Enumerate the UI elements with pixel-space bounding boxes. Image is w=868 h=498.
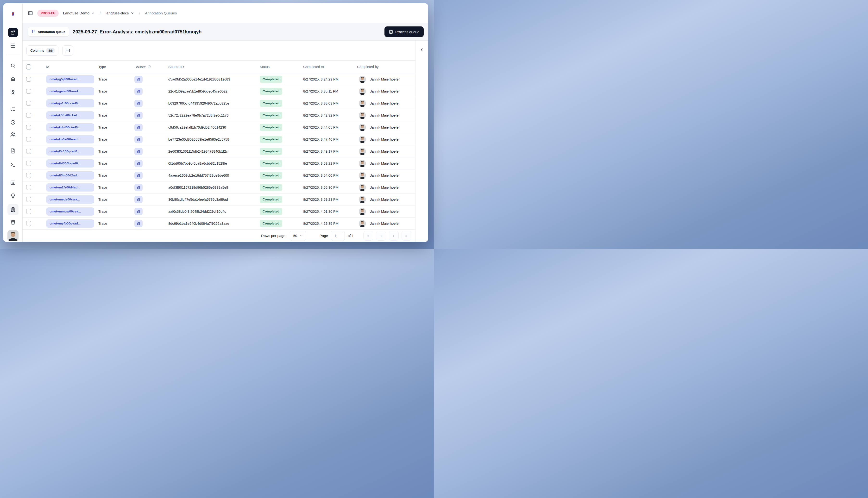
item-id-badge[interactable]: cmetyju1r00ccad0... [46, 99, 94, 107]
sidebar-item-evaluation[interactable] [10, 180, 16, 185]
item-id-badge[interactable]: cmetygeov00buad... [46, 87, 94, 95]
item-id-badge[interactable]: cmetyl5r100grad0... [46, 147, 94, 156]
trace-source-icon[interactable] [134, 112, 143, 119]
trace-source-icon[interactable] [134, 124, 143, 131]
source-id-value: 22c41f09acae5b1ef859bcec45ce0022 [168, 89, 228, 93]
sidebar-item-sessions[interactable] [10, 120, 16, 125]
row-checkbox[interactable] [26, 113, 31, 118]
item-id-badge[interactable]: cmetymyfb00gvad... [46, 220, 94, 227]
trace-source-icon[interactable] [134, 76, 143, 83]
item-id-badge[interactable]: cmetymmuw00cea... [46, 207, 94, 215]
chevron-down-icon [131, 11, 134, 15]
trace-source-icon[interactable] [134, 220, 143, 227]
breadcrumb-section[interactable]: Annotation Queues [145, 11, 177, 15]
info-icon[interactable] [147, 65, 151, 68]
sidebar-item-dashboards[interactable] [10, 89, 16, 95]
process-queue-label: Process queue [395, 30, 419, 34]
row-checkbox[interactable] [26, 137, 31, 142]
status-badge: Completed [260, 208, 282, 215]
row-checkbox[interactable] [26, 149, 31, 154]
trace-source-icon[interactable] [134, 172, 143, 179]
trace-source-icon[interactable] [134, 208, 143, 215]
sidebar-item-search[interactable] [10, 63, 16, 68]
process-queue-button[interactable]: Process queue [385, 26, 424, 37]
table-row[interactable]: cmetykdr400ciad0... Trace c9d56ca32efaff… [23, 121, 415, 133]
sidebar-item-datasets[interactable] [10, 220, 16, 225]
column-header-completed-at: Completed At [303, 65, 324, 69]
columns-button[interactable]: Columns 8/8 [26, 45, 59, 55]
environment-badge[interactable]: PROD-EU [37, 10, 59, 17]
completed-by-avatar [359, 148, 366, 155]
table-row[interactable]: cmetym2fz00d4ad... Trace a0df3f901167218… [23, 182, 415, 194]
table-row[interactable]: cmetymmuw00cea... Trace aaf0c38db0f3f204… [23, 206, 415, 218]
trace-source-icon[interactable] [134, 136, 143, 143]
next-page-button[interactable]: › [389, 231, 399, 240]
item-id-badge[interactable]: cmetym2fz00d4ad... [46, 183, 94, 192]
sidebar-item-annotation-queues[interactable] [8, 204, 18, 215]
previous-page-button[interactable]: ‹ [376, 231, 386, 240]
trace-source-icon[interactable] [134, 100, 143, 107]
row-checkbox[interactable] [26, 197, 31, 202]
trace-source-icon[interactable] [134, 184, 143, 191]
item-id-badge[interactable]: cmetyko0k00bsad... [46, 135, 94, 144]
item-id-badge[interactable]: cmetymeds00cwa... [46, 195, 94, 204]
rows-per-page-select[interactable]: 50 [290, 231, 306, 241]
item-id-badge[interactable]: cmetylht300bqad0... [46, 159, 94, 168]
row-checkbox[interactable] [26, 221, 31, 226]
sidebar-item-prompts[interactable] [10, 148, 16, 154]
completed-at-value: 8/27/2025, 3:49:17 PM [303, 149, 339, 153]
trace-source-icon[interactable] [134, 160, 143, 167]
item-type: Trace [98, 126, 107, 129]
completed-by-avatar [359, 76, 366, 83]
trace-source-icon[interactable] [134, 88, 143, 95]
table-row[interactable]: cmetyl5r100grad0... Trace 2e603f31361115… [23, 145, 415, 157]
row-checkbox[interactable] [26, 77, 31, 82]
row-checkbox[interactable] [26, 185, 31, 190]
list-tree-icon [137, 173, 140, 178]
table-row[interactable]: cmetyju1r00ccad0... Trace b63297665cfd44… [23, 97, 415, 109]
trace-source-icon[interactable] [134, 196, 143, 203]
annotation-queue-badge[interactable]: Annotation queue [28, 27, 69, 37]
table-row[interactable]: cmetymeds00cwa... Trace 36b90cdfc47e5da1… [23, 194, 415, 206]
item-id-badge[interactable]: cmetyg5j800bwad... [46, 75, 94, 83]
row-checkbox[interactable] [26, 125, 31, 130]
completed-by-name: Jannik Maierhoefer [370, 210, 400, 213]
table-row[interactable]: cmetyko0k00bsad... Trace be7723e30d80205… [23, 133, 415, 145]
item-id-badge[interactable]: cmetyk55x00c1ad... [46, 111, 94, 119]
square-percent-icon [10, 180, 16, 185]
row-checkbox[interactable] [26, 173, 31, 178]
project-switcher[interactable]: langfuse-docs [106, 11, 134, 15]
sidebar-item-home[interactable] [10, 76, 16, 81]
table-row[interactable]: cmetygeov00buad... Trace 22c41f09acae5b1… [23, 85, 415, 97]
select-all-checkbox[interactable] [26, 64, 31, 69]
page-number-input[interactable] [331, 231, 345, 241]
completed-at-value: 8/27/2025, 3:35:11 PM [303, 89, 338, 93]
row-checkbox[interactable] [26, 101, 31, 106]
trace-source-icon[interactable] [134, 148, 143, 155]
user-avatar[interactable] [8, 230, 18, 241]
table-row[interactable]: cmetylt3m00d2ad... Trace 4aaece1603cb2e1… [23, 169, 415, 182]
org-switcher[interactable]: Langfuse Demo [63, 11, 94, 15]
row-checkbox[interactable] [26, 209, 31, 214]
row-checkbox[interactable] [26, 161, 31, 166]
item-type: Trace [98, 114, 107, 117]
expand-panel-button[interactable] [418, 47, 425, 53]
sidebar-item-users[interactable] [10, 132, 16, 137]
sidebar-item-playground[interactable] [10, 162, 16, 168]
sidebar-item-traces[interactable] [10, 106, 16, 112]
open-in-new-button[interactable] [8, 28, 18, 37]
toggle-sidebar-button[interactable] [28, 11, 33, 16]
item-id-badge[interactable]: cmetykdr400ciad0... [46, 123, 94, 131]
table-row[interactable]: cmetyk55x00c1ad... Trace 52c72c2222ea78e… [23, 109, 415, 121]
last-page-button[interactable]: » [402, 231, 411, 240]
table-row[interactable]: cmetymyfb00gvad... Trace 8dc69b1ba1e540b… [23, 218, 415, 230]
table-row[interactable]: cmetylht300bqad0... Trace 0f1dd65b7bb9bf… [23, 157, 415, 169]
row-checkbox[interactable] [26, 89, 31, 94]
row-height-button[interactable] [62, 45, 73, 55]
completed-by-name: Jannik Maierhoefer [370, 173, 400, 178]
sidebar-item-tables[interactable] [10, 43, 16, 48]
table-row[interactable]: cmetyg5j800bwad... Trace d5ad9d52a00c6e1… [23, 73, 415, 85]
item-id-badge[interactable]: cmetylt3m00d2ad... [46, 171, 94, 180]
sidebar-item-insights[interactable] [10, 193, 16, 198]
first-page-button[interactable]: « [363, 231, 373, 240]
